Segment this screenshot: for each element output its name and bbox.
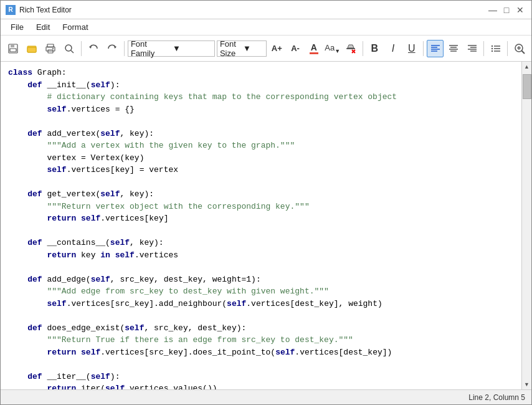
- scrollbar[interactable]: ▲ ▼: [521, 62, 531, 389]
- scroll-down-button[interactable]: ▼: [522, 379, 532, 389]
- font-color-button[interactable]: A: [305, 40, 322, 57]
- svg-marker-15: [348, 45, 354, 48]
- toolbar: Font Family ▼ Font Size ▼ A+ A- A Aa▼: [1, 36, 531, 62]
- align-left-icon: [430, 44, 440, 53]
- underline-button[interactable]: U: [403, 40, 420, 57]
- font-color-letter: A: [311, 43, 317, 52]
- align-center-button[interactable]: [445, 40, 462, 57]
- scroll-thumb[interactable]: [523, 74, 531, 99]
- print-button[interactable]: [42, 40, 59, 57]
- font-aa-icon: Aa▼: [325, 43, 340, 54]
- zoom-button[interactable]: [511, 40, 528, 57]
- underline-icon: U: [408, 43, 416, 54]
- cursor-position: Line 2, Column 5: [468, 393, 525, 402]
- italic-button[interactable]: I: [385, 40, 402, 57]
- font-family-value: Font Family: [131, 39, 170, 58]
- title-bar: R Rich Text Editor — □ ✕: [1, 1, 531, 19]
- align-center-icon: [449, 44, 458, 53]
- separator-6: [507, 41, 508, 56]
- increase-font-icon: A+: [272, 44, 282, 53]
- svg-line-37: [521, 50, 525, 54]
- clear-format-button[interactable]: [343, 40, 359, 57]
- svg-point-30: [492, 45, 493, 46]
- open-button[interactable]: [23, 40, 40, 57]
- svg-point-32: [492, 47, 493, 49]
- title-bar-left: R Rich Text Editor: [6, 5, 72, 15]
- undo-redo-group: [85, 40, 121, 57]
- menu-bar: File Edit Format: [1, 19, 531, 36]
- menu-file[interactable]: File: [6, 21, 29, 33]
- file-tools-group: [4, 40, 78, 57]
- redo-button[interactable]: [103, 40, 121, 57]
- svg-point-9: [52, 48, 54, 49]
- minimize-button[interactable]: —: [487, 4, 499, 16]
- align-left-button[interactable]: [427, 40, 444, 57]
- separator-4: [423, 41, 424, 56]
- status-bar: Line 2, Column 5: [1, 389, 531, 404]
- list-icon: [491, 44, 501, 53]
- separator-2: [124, 41, 125, 56]
- separator-1: [81, 41, 82, 56]
- menu-format[interactable]: Format: [57, 21, 93, 33]
- scroll-track[interactable]: [522, 72, 531, 379]
- decrease-font-icon: A-: [291, 44, 300, 53]
- align-right-icon: [467, 44, 477, 53]
- window-title: Rich Text Editor: [19, 6, 72, 14]
- svg-marker-12: [89, 45, 92, 49]
- svg-line-11: [71, 50, 74, 53]
- print-icon: [45, 43, 56, 54]
- editor[interactable]: class Graph: def __init__(self): # dicti…: [1, 62, 521, 389]
- app-icon: R: [6, 5, 16, 15]
- bold-icon: B: [371, 43, 378, 54]
- italic-icon: I: [392, 43, 394, 54]
- content-area: class Graph: def __init__(self): # dicti…: [1, 62, 531, 389]
- font-color-icon: A: [310, 43, 318, 54]
- title-controls: — □ ✕: [487, 4, 526, 16]
- svg-marker-13: [114, 45, 116, 49]
- separator-5: [483, 41, 484, 56]
- zoom-icon: [513, 42, 526, 55]
- app-icon-letter: R: [8, 6, 12, 13]
- svg-rect-1: [11, 44, 14, 47]
- save-icon: [7, 43, 19, 54]
- list-button[interactable]: [487, 40, 504, 57]
- search-button[interactable]: [60, 40, 78, 57]
- close-button[interactable]: ✕: [514, 4, 526, 16]
- svg-rect-2: [10, 49, 16, 52]
- font-aa-button[interactable]: Aa▼: [324, 40, 341, 57]
- maximize-button[interactable]: □: [500, 4, 513, 16]
- save-button[interactable]: [4, 40, 22, 57]
- redo-icon: [107, 43, 118, 54]
- font-color-bar: [310, 52, 318, 54]
- scroll-up-button[interactable]: ▲: [522, 62, 532, 72]
- search-icon: [64, 43, 75, 54]
- font-size-combo[interactable]: Font Size ▼: [217, 40, 267, 57]
- undo-button[interactable]: [85, 40, 102, 57]
- bold-button[interactable]: B: [366, 40, 383, 57]
- separator-3: [363, 41, 363, 56]
- font-family-combo[interactable]: Font Family ▼: [128, 40, 215, 57]
- font-family-arrow: ▼: [173, 44, 212, 53]
- menu-edit[interactable]: Edit: [31, 21, 55, 33]
- font-size-arrow: ▼: [243, 44, 264, 53]
- main-window: R Rich Text Editor — □ ✕ File Edit Forma…: [0, 0, 532, 405]
- align-right-button[interactable]: [464, 40, 481, 57]
- svg-rect-5: [27, 47, 36, 52]
- svg-point-10: [65, 45, 72, 51]
- svg-point-34: [492, 50, 493, 51]
- increase-font-button[interactable]: A+: [268, 40, 285, 57]
- clear-format-icon: [345, 43, 356, 54]
- font-size-value: Font Size: [220, 39, 240, 58]
- undo-icon: [88, 43, 99, 54]
- open-icon: [26, 43, 37, 54]
- decrease-font-button[interactable]: A-: [287, 40, 304, 57]
